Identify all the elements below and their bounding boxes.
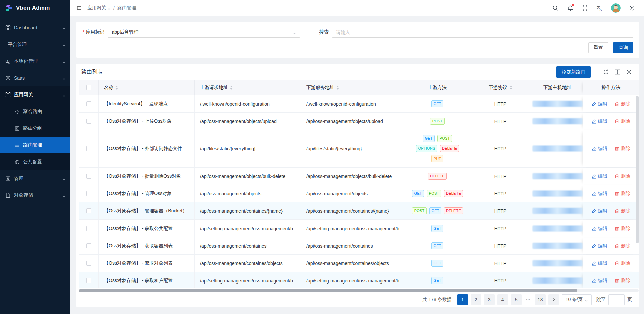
delete-button[interactable]: 删除 xyxy=(614,118,630,124)
table-settings-gear-icon[interactable] xyxy=(626,69,632,75)
saas-icon xyxy=(5,75,11,81)
settings-gear-icon[interactable] xyxy=(629,5,635,11)
delete-button[interactable]: 删除 xyxy=(614,226,630,232)
table-row: 【Oss对象存储】 - 获取对象列表 /api/oss-management/c… xyxy=(79,255,639,272)
select-all-checkbox[interactable] xyxy=(86,85,91,90)
sidebar-item-management[interactable]: 管理 xyxy=(0,170,70,187)
sidebar-item-route-management[interactable]: 路由管理 xyxy=(0,137,70,153)
row-checkbox[interactable] xyxy=(86,226,91,231)
sort-icon[interactable] xyxy=(115,86,118,90)
edit-button[interactable]: 编辑 xyxy=(592,208,607,214)
column-header-downstream-service[interactable]: 下游服务地址 xyxy=(301,80,406,95)
row-host-cell xyxy=(532,220,583,237)
edit-button-label: 编辑 xyxy=(598,146,607,152)
row-actions: 编辑 删除 xyxy=(583,237,639,254)
edit-button[interactable]: 编辑 xyxy=(592,118,607,124)
query-button[interactable]: 查询 xyxy=(613,42,633,53)
sidebar-item-localization[interactable]: A 本地化管理 xyxy=(0,53,70,70)
downstream-host-redacted xyxy=(533,243,582,249)
jump-page-input[interactable] xyxy=(608,294,625,305)
reset-button[interactable]: 重置 xyxy=(588,42,608,53)
delete-button[interactable]: 删除 xyxy=(614,208,630,214)
page-button-3[interactable]: 3 xyxy=(484,294,495,305)
sort-icon[interactable] xyxy=(336,86,339,90)
breadcrumb-current[interactable]: 路由管理 xyxy=(117,5,136,11)
breadcrumb-root[interactable]: 应用网关 xyxy=(87,5,111,11)
delete-button[interactable]: 删除 xyxy=(614,173,630,179)
vertical-scrollbar[interactable] xyxy=(636,96,639,243)
edit-button[interactable]: 编辑 xyxy=(592,278,607,284)
translate-icon[interactable]: 文A xyxy=(596,5,603,11)
row-checkbox[interactable] xyxy=(86,191,91,196)
sidebar-item-app-gateway[interactable]: 应用网关 xyxy=(0,86,70,103)
row-checkbox[interactable] xyxy=(86,261,91,266)
sidebar-item-platform-management[interactable]: 平台管理 xyxy=(0,36,70,53)
avatar[interactable] xyxy=(611,3,621,13)
bell-icon[interactable] xyxy=(567,5,574,11)
horizontal-scrollbar-thumb[interactable] xyxy=(79,289,577,292)
column-header-upstream-path[interactable]: 上游请求地址 xyxy=(195,80,301,95)
table-row: 【Oss对象存储】 - 获取租户配置 /api/setting-manageme… xyxy=(79,272,639,288)
page-button-18[interactable]: 18 xyxy=(535,294,546,305)
edit-button[interactable]: 编辑 xyxy=(592,260,607,266)
row-upstream-path: /api/oss-management/objects xyxy=(195,185,301,202)
sort-icon[interactable] xyxy=(230,86,233,90)
sidebar-item-route-group[interactable]: 路由分组 xyxy=(0,120,70,137)
delete-button[interactable]: 删除 xyxy=(614,191,630,197)
delete-button[interactable]: 删除 xyxy=(614,146,630,152)
row-methods-cell: GET xyxy=(406,95,469,112)
page-size-value: 10 条/页 xyxy=(566,297,583,303)
edit-button[interactable]: 编辑 xyxy=(592,101,607,107)
row-checkbox[interactable] xyxy=(86,119,91,124)
actions-divider xyxy=(611,244,611,248)
refresh-icon[interactable] xyxy=(603,69,609,75)
sidebar-item-object-storage[interactable]: 对象存储 xyxy=(0,187,70,204)
logo[interactable]: Vben Admin xyxy=(0,0,70,16)
page-button-1[interactable]: 1 xyxy=(457,294,468,305)
sidebar-item-public-config[interactable]: 公共配置 xyxy=(0,153,70,170)
sidebar-item-dashboard[interactable]: Dashboard xyxy=(0,19,70,36)
row-checkbox[interactable] xyxy=(86,278,91,283)
column-header-name[interactable]: 名称 xyxy=(99,80,195,95)
edit-button[interactable]: 编辑 xyxy=(592,173,607,179)
row-checkbox[interactable] xyxy=(86,101,91,106)
page-button-4[interactable]: 4 xyxy=(497,294,508,305)
delete-button[interactable]: 删除 xyxy=(614,101,630,107)
page-button-5[interactable]: 5 xyxy=(511,294,522,305)
edit-button[interactable]: 编辑 xyxy=(592,146,607,152)
collapse-sidebar-icon[interactable] xyxy=(74,4,83,12)
edit-button[interactable]: 编辑 xyxy=(592,243,607,249)
page-button-2[interactable]: 2 xyxy=(471,294,481,305)
row-checkbox[interactable] xyxy=(86,243,91,248)
actions-divider xyxy=(611,226,611,231)
sort-icon[interactable] xyxy=(509,86,512,90)
edit-button[interactable]: 编辑 xyxy=(592,191,607,197)
search-input[interactable] xyxy=(332,27,633,38)
table-title: 路由列表 xyxy=(81,69,103,76)
row-downstream-path: /api/oss-management/containes/objects xyxy=(301,255,406,272)
vertical-scrollbar-thumb[interactable] xyxy=(636,96,639,243)
row-checkbox[interactable] xyxy=(86,208,91,213)
delete-button[interactable]: 删除 xyxy=(614,278,630,284)
app-identifier-select[interactable]: abp后台管理 xyxy=(108,27,300,38)
breadcrumb: 应用网关 / 路由管理 xyxy=(87,5,136,11)
sidebar-item-aggregate-route[interactable]: 聚合路由 xyxy=(0,103,70,120)
row-methods-cell: GETPOSTOPTIONSDELETEPUT xyxy=(406,130,469,167)
row-height-icon[interactable] xyxy=(614,69,621,75)
row-checkbox[interactable] xyxy=(86,146,91,151)
page-ellipsis[interactable]: ••• xyxy=(524,294,532,305)
delete-button[interactable]: 删除 xyxy=(614,260,630,266)
page-size-select[interactable]: 10 条/页 xyxy=(562,294,592,305)
add-route-button[interactable]: 添加新路由 xyxy=(556,66,591,78)
search-icon[interactable] xyxy=(552,5,559,11)
row-checkbox[interactable] xyxy=(86,174,91,179)
fullscreen-icon[interactable] xyxy=(582,5,588,11)
edit-button[interactable]: 编辑 xyxy=(592,226,607,232)
delete-button[interactable]: 删除 xyxy=(614,243,630,249)
row-downstream-path: /api/oss-management/objects/upload xyxy=(301,113,406,130)
horizontal-scrollbar[interactable] xyxy=(79,289,639,292)
chevron-down-icon xyxy=(62,60,66,63)
next-page-button[interactable] xyxy=(548,294,559,305)
column-header-downstream-protocol[interactable]: 下游协议 xyxy=(469,80,532,95)
sidebar-item-saas[interactable]: Saas xyxy=(0,70,70,86)
